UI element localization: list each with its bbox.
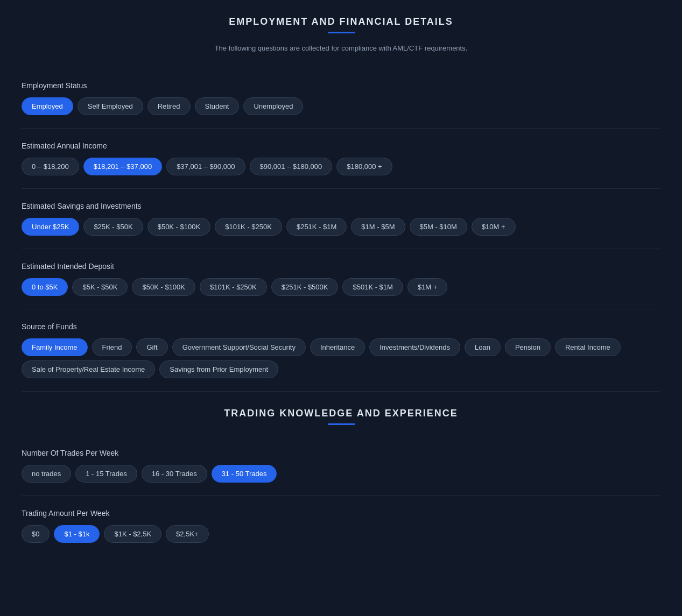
trades_per_week-option-1---15-trades[interactable]: 1 - 15 Trades	[75, 465, 137, 483]
annual_income-option-$37,001-–-$90,000[interactable]: $37,001 – $90,000	[166, 158, 245, 175]
source_of_funds-option-investments/dividends[interactable]: Investments/Dividends	[369, 338, 460, 356]
annual_income-option-$90,001-–-$180,000[interactable]: $90,001 – $180,000	[250, 158, 333, 175]
trading_amount-option-$1k---$2,5k[interactable]: $1K - $2,5K	[104, 525, 161, 543]
savings_investments-option-$10m-+[interactable]: $10M +	[472, 218, 516, 236]
annual-income-group: 0 – $18,200$18,201 – $37,000$37,001 – $9…	[22, 158, 660, 175]
intended_deposit-option-0-to-$5k[interactable]: 0 to $5K	[22, 278, 68, 296]
trading_amount-option-$1---$1k[interactable]: $1 - $1k	[54, 525, 100, 543]
source_of_funds-option-pension[interactable]: Pension	[505, 338, 551, 356]
trades-per-week-label: Number Of Trades Per Week	[22, 449, 660, 457]
annual_income-option-$180,000-+[interactable]: $180,000 +	[336, 158, 392, 175]
employment-status-label: Employment Status	[22, 81, 660, 90]
main-title: EMPLOYMENT AND FINANCIAL DETAILS	[22, 16, 660, 27]
trading-amount-group: $0$1 - $1k$1K - $2,5K$2,5K+	[22, 525, 660, 543]
employment-status-section: Employment Status EmployedSelf EmployedR…	[22, 68, 660, 129]
intended_deposit-option-$101k---$250k[interactable]: $101K - $250K	[200, 278, 267, 296]
source_of_funds-option-family-income[interactable]: Family Income	[22, 338, 88, 356]
savings_investments-option-under-$25k[interactable]: Under $25K	[22, 218, 79, 236]
source-of-funds-section: Source of Funds Family IncomeFriendGiftG…	[22, 309, 660, 392]
trades_per_week-option-16---30-trades[interactable]: 16 - 30 Trades	[142, 465, 207, 483]
intended_deposit-option-$50k---$100k[interactable]: $50K - $100K	[132, 278, 195, 296]
source_of_funds-option-gift[interactable]: Gift	[136, 338, 167, 356]
trading-amount-label: Trading Amount Per Week	[22, 509, 660, 518]
savings_investments-option-$25k---$50k[interactable]: $25K - $50K	[83, 218, 143, 236]
savings_investments-option-$50k---$100k[interactable]: $50K - $100K	[147, 218, 211, 236]
source_of_funds-option-savings-from-prior-employment[interactable]: Savings from Prior Employment	[159, 360, 278, 378]
source_of_funds-option-loan[interactable]: Loan	[465, 338, 501, 356]
employment_status-option-student[interactable]: Student	[195, 97, 240, 115]
intended-deposit-group: 0 to $5K$5K - $50K$50K - $100K$101K - $2…	[22, 278, 660, 296]
source_of_funds-option-inheritance[interactable]: Inheritance	[310, 338, 365, 356]
intended-deposit-section: Estimated Intended Deposit 0 to $5K$5K -…	[22, 249, 660, 309]
trading-title-underline	[328, 423, 355, 425]
employment_status-option-employed[interactable]: Employed	[22, 97, 73, 115]
annual_income-option-$18,201-–-$37,000[interactable]: $18,201 – $37,000	[83, 158, 162, 175]
savings_investments-option-$101k---$250k[interactable]: $101K - $250K	[215, 218, 282, 236]
trading-amount-section: Trading Amount Per Week $0$1 - $1k$1K - …	[22, 496, 660, 556]
savings-investments-group: Under $25K$25K - $50K$50K - $100K$101K -…	[22, 218, 660, 236]
savings_investments-option-$5m---$10m[interactable]: $5M - $10M	[410, 218, 467, 236]
trading-section-title-block: TRADING KNOWLEDGE AND EXPERIENCE	[22, 408, 660, 425]
trades_per_week-option-no-trades[interactable]: no trades	[22, 465, 71, 483]
savings_investments-option-$1m---$5m[interactable]: $1M - $5M	[351, 218, 405, 236]
source-of-funds-group: Family IncomeFriendGiftGovernment Suppor…	[22, 338, 660, 378]
savings-investments-label: Estimated Savings and Investments	[22, 202, 660, 210]
source_of_funds-option-friend[interactable]: Friend	[92, 338, 132, 356]
intended_deposit-option-$5k---$50k[interactable]: $5K - $50K	[72, 278, 128, 296]
employment_status-option-retired[interactable]: Retired	[147, 97, 191, 115]
annual-income-label: Estimated Annual Income	[22, 141, 660, 150]
source_of_funds-option-government-support/social-security[interactable]: Government Support/Social Security	[172, 338, 306, 356]
trading_amount-option-$0[interactable]: $0	[22, 525, 50, 543]
intended-deposit-label: Estimated Intended Deposit	[22, 262, 660, 271]
subtitle: The following questions are collected fo…	[22, 44, 660, 52]
trades_per_week-option-31---50-trades[interactable]: 31 - 50 Trades	[212, 465, 277, 483]
trading_amount-option-$2,5k+[interactable]: $2,5K+	[166, 525, 209, 543]
employment_status-option-unemployed[interactable]: Unemployed	[243, 97, 303, 115]
intended_deposit-option-$251k---$500k[interactable]: $251K - $500K	[271, 278, 339, 296]
employment-status-group: EmployedSelf EmployedRetiredStudentUnemp…	[22, 97, 660, 115]
annual-income-section: Estimated Annual Income 0 – $18,200$18,2…	[22, 129, 660, 189]
savings-investments-section: Estimated Savings and Investments Under …	[22, 189, 660, 249]
source-of-funds-label: Source of Funds	[22, 322, 660, 331]
employment_status-option-self-employed[interactable]: Self Employed	[78, 97, 143, 115]
trades-per-week-section: Number Of Trades Per Week no trades1 - 1…	[22, 436, 660, 496]
trading-title: TRADING KNOWLEDGE AND EXPERIENCE	[22, 408, 660, 419]
source_of_funds-option-rental-income[interactable]: Rental Income	[555, 338, 621, 356]
source_of_funds-option-sale-of-property/real-estate-income[interactable]: Sale of Property/Real Estate Income	[22, 360, 155, 378]
page-title-block: EMPLOYMENT AND FINANCIAL DETAILS The fol…	[22, 16, 660, 52]
title-underline	[328, 32, 355, 33]
intended_deposit-option-$1m-+[interactable]: $1M +	[407, 278, 448, 296]
intended_deposit-option-$501k---$1m[interactable]: $501K - $1M	[342, 278, 403, 296]
savings_investments-option-$251k---$1m[interactable]: $251K - $1M	[286, 218, 347, 236]
trades-per-week-group: no trades1 - 15 Trades16 - 30 Trades31 -…	[22, 465, 660, 483]
annual_income-option-0-–-$18,200[interactable]: 0 – $18,200	[22, 158, 79, 175]
